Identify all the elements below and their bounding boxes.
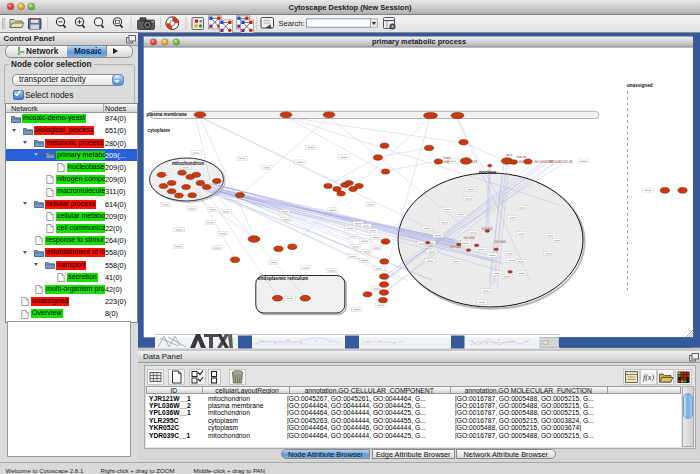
svg-text:unassigned: unassigned <box>627 83 653 88</box>
svg-text:primary metabolic process: primary metabolic process <box>372 37 466 46</box>
svg-text:cytoplasm: cytoplasm <box>147 128 170 133</box>
svg-text:endoplasmic reticulum: endoplasmic reticulum <box>258 276 308 281</box>
svg-text:mitochondrion: mitochondrion <box>172 161 204 166</box>
svg-text:Cytoscape Desktop (New Session: Cytoscape Desktop (New Session) <box>289 3 412 12</box>
svg-text:xx-x: xx-x <box>506 153 513 157</box>
svg-text:GO:004: GO:004 <box>494 240 505 244</box>
svg-text:xxx-xx: xxx-xx <box>517 155 527 159</box>
svg-text:(xxx): (xxx) <box>443 156 450 160</box>
svg-text:f(x): f(x) <box>643 373 654 382</box>
svg-text:GO:004: GO:004 <box>463 236 474 240</box>
svg-text:nucleus: nucleus <box>479 170 497 175</box>
svg-text:GO:45: GO:45 <box>563 160 573 164</box>
svg-text:GO:0082,: GO:0082, <box>549 160 564 164</box>
svg-text:Search:: Search: <box>279 19 305 28</box>
svg-text:plasma membrane: plasma membrane <box>147 112 188 117</box>
